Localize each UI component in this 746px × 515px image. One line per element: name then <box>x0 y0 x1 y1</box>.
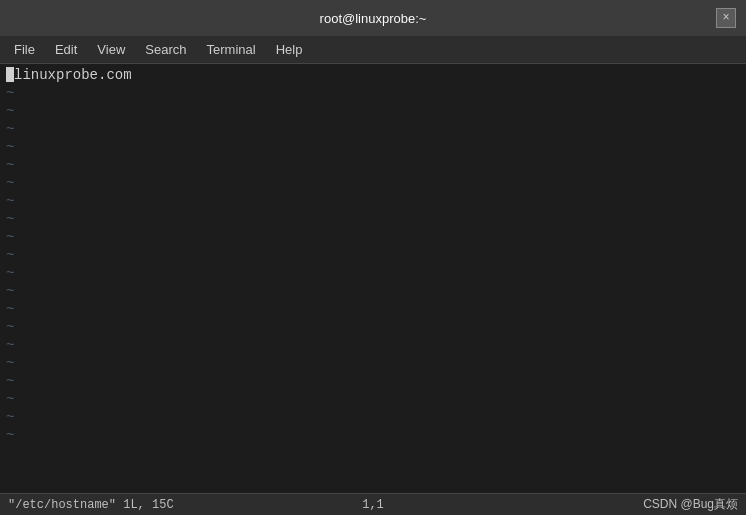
editor-line-19: ~ <box>6 390 740 408</box>
close-button[interactable]: × <box>716 8 736 28</box>
status-filename: "/etc/hostname" 1L, 15C <box>8 498 174 512</box>
editor-content[interactable]: linuxprobe.com ~ ~ ~ ~ ~ ~ ~ ~ ~ ~ ~ ~ ~… <box>0 64 746 493</box>
menu-file[interactable]: File <box>4 40 45 59</box>
editor-line-1: linuxprobe.com <box>6 66 740 84</box>
editor-line-21: ~ <box>6 426 740 444</box>
editor-line-5: ~ <box>6 138 740 156</box>
editor-line-18: ~ <box>6 372 740 390</box>
status-position: 1,1 <box>362 498 384 512</box>
menu-search[interactable]: Search <box>135 40 196 59</box>
editor-line-6: ~ <box>6 156 740 174</box>
menu-terminal[interactable]: Terminal <box>197 40 266 59</box>
editor-line-14: ~ <box>6 300 740 318</box>
line-text: linuxprobe.com <box>14 66 132 84</box>
editor-line-11: ~ <box>6 246 740 264</box>
text-cursor <box>6 67 14 82</box>
menu-edit[interactable]: Edit <box>45 40 87 59</box>
editor-line-13: ~ <box>6 282 740 300</box>
window-title: root@linuxprobe:~ <box>320 11 427 26</box>
title-bar: root@linuxprobe:~ × <box>0 0 746 36</box>
editor-line-9: ~ <box>6 210 740 228</box>
editor-line-16: ~ <box>6 336 740 354</box>
status-watermark: CSDN @Bug真烦 <box>643 496 738 513</box>
terminal-window: root@linuxprobe:~ × File Edit View Searc… <box>0 0 746 515</box>
editor-line-10: ~ <box>6 228 740 246</box>
editor-line-8: ~ <box>6 192 740 210</box>
editor-line-12: ~ <box>6 264 740 282</box>
editor-area[interactable]: linuxprobe.com ~ ~ ~ ~ ~ ~ ~ ~ ~ ~ ~ ~ ~… <box>0 64 746 493</box>
status-bar: "/etc/hostname" 1L, 15C 1,1 CSDN @Bug真烦 <box>0 493 746 515</box>
menu-view[interactable]: View <box>87 40 135 59</box>
editor-line-3: ~ <box>6 102 740 120</box>
menu-help[interactable]: Help <box>266 40 313 59</box>
editor-line-2: ~ <box>6 84 740 102</box>
editor-line-15: ~ <box>6 318 740 336</box>
editor-line-7: ~ <box>6 174 740 192</box>
editor-line-17: ~ <box>6 354 740 372</box>
editor-line-4: ~ <box>6 120 740 138</box>
close-icon: × <box>722 11 729 25</box>
editor-line-20: ~ <box>6 408 740 426</box>
menu-bar: File Edit View Search Terminal Help <box>0 36 746 64</box>
